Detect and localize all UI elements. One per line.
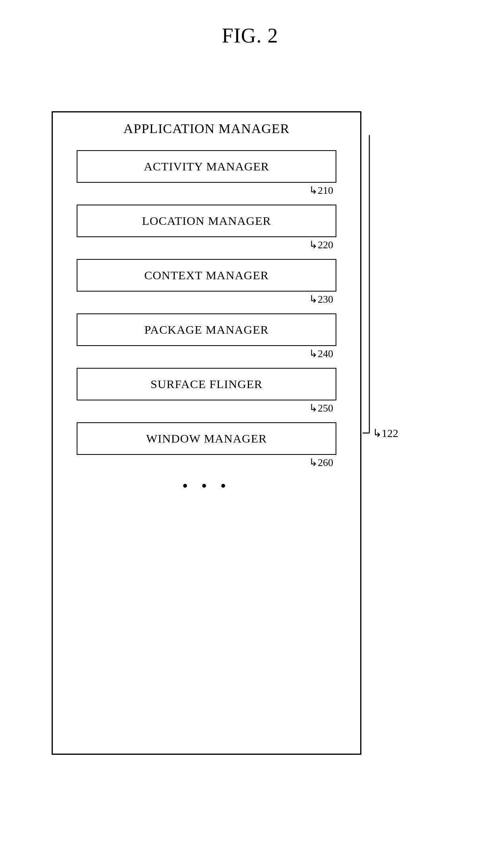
ref-240: ↳240 (77, 346, 336, 360)
package-manager-label: PACKAGE MANAGER (144, 323, 268, 336)
context-manager-box: CONTEXT MANAGER (77, 259, 336, 292)
ref-230: ↳230 (77, 292, 336, 305)
ref-210: ↳210 (77, 183, 336, 197)
location-manager-label: LOCATION MANAGER (142, 214, 271, 227)
diagram-container: APPLICATION MANAGER ACTIVITY MANAGER ↳21… (52, 111, 397, 795)
activity-manager-box: ACTIVITY MANAGER (77, 150, 336, 183)
figure-title: FIG. 2 (0, 0, 500, 47)
application-manager-box: APPLICATION MANAGER ACTIVITY MANAGER ↳21… (52, 111, 361, 755)
package-manager-item: PACKAGE MANAGER ↳240 (77, 313, 336, 360)
location-manager-box: LOCATION MANAGER (77, 205, 336, 237)
package-manager-box: PACKAGE MANAGER (77, 313, 336, 346)
surface-flinger-item: SURFACE FLINGER ↳250 (77, 368, 336, 414)
window-manager-item: WINDOW MANAGER ↳260 (77, 422, 336, 469)
activity-manager-item: ACTIVITY MANAGER ↳210 (77, 150, 336, 197)
location-manager-item: LOCATION MANAGER ↳220 (77, 205, 336, 251)
continuation-ellipsis: • • • (53, 469, 360, 503)
ref-260: ↳260 (77, 455, 336, 469)
ref-220: ↳220 (77, 237, 336, 251)
activity-manager-label: ACTIVITY MANAGER (144, 160, 269, 173)
context-manager-label: CONTEXT MANAGER (144, 269, 269, 282)
surface-flinger-label: SURFACE FLINGER (151, 377, 263, 391)
ref-250: ↳250 (77, 400, 336, 414)
context-manager-item: CONTEXT MANAGER ↳230 (77, 259, 336, 305)
application-manager-label: APPLICATION MANAGER (53, 112, 360, 136)
surface-flinger-box: SURFACE FLINGER (77, 368, 336, 400)
svg-text:↳122: ↳122 (373, 427, 398, 439)
window-manager-label: WINDOW MANAGER (146, 432, 267, 445)
window-manager-box: WINDOW MANAGER (77, 422, 336, 455)
